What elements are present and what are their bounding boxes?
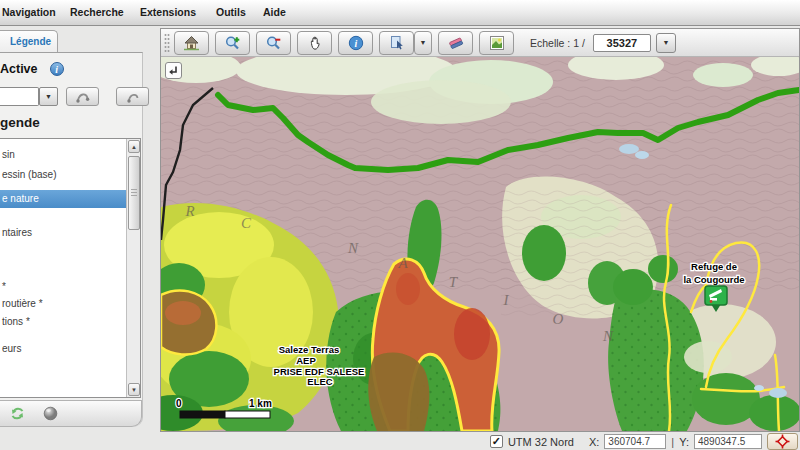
- scale-input[interactable]: [593, 34, 651, 52]
- eraser-button[interactable]: [438, 31, 473, 55]
- home-icon: [182, 34, 201, 52]
- scroll-down-icon[interactable]: ▼: [128, 383, 140, 396]
- site-label: ELEC: [307, 376, 332, 387]
- map-viewport[interactable]: R C N A T I O N Saleze Terras AEP PRISE …: [161, 57, 799, 431]
- park-letter: R: [184, 203, 194, 219]
- legend-panel-footer: [0, 400, 142, 427]
- park-letter: A: [397, 255, 408, 271]
- crosshair-icon: [775, 434, 790, 449]
- identify-button[interactable]: i: [338, 31, 373, 55]
- layer-item[interactable]: *: [0, 280, 126, 294]
- scalebar-start-label: 0: [176, 398, 182, 409]
- clear-layer-icon: [125, 89, 141, 105]
- eraser-icon: [447, 34, 465, 52]
- info-icon: i: [347, 34, 365, 52]
- site-label: Saleze Terras: [279, 344, 340, 355]
- projection-checkbox[interactable]: ✓: [490, 435, 503, 448]
- svg-text:i: i: [354, 38, 357, 49]
- select-button[interactable]: [379, 31, 414, 55]
- menu-bar: Navigation Recherche Extensions Outils A…: [0, 0, 800, 26]
- park-letter: O: [553, 311, 564, 327]
- menu-item-extensions[interactable]: Extensions: [140, 6, 196, 18]
- clear-layer-button[interactable]: [66, 87, 99, 106]
- layer-item[interactable]: essin (base): [0, 168, 126, 182]
- layer-item-selected[interactable]: e nature: [0, 190, 127, 208]
- layer-item[interactable]: sin: [0, 148, 126, 162]
- select-options-button[interactable]: ▼: [414, 31, 432, 55]
- select-icon: [388, 34, 406, 52]
- zoom-in-button[interactable]: [215, 31, 250, 55]
- layer-item[interactable]: eurs: [0, 342, 126, 356]
- globe-icon[interactable]: [42, 405, 59, 422]
- y-coordinate-label: Y:: [679, 436, 689, 448]
- clear-layer-icon: [75, 89, 91, 105]
- map-toolbar: i ▼ Echelle :: [161, 29, 799, 57]
- active-layer-label: Active: [0, 62, 38, 76]
- layer-item[interactable]: routière *: [0, 297, 126, 311]
- basemap-button[interactable]: [479, 31, 514, 55]
- legend-panel-body: Active i ▼ gende sin essin (base) e natu…: [0, 52, 143, 427]
- menu-item-aide[interactable]: Aide: [263, 6, 286, 18]
- locate-button[interactable]: [767, 433, 798, 450]
- tab-legende[interactable]: Légende: [0, 30, 58, 53]
- zoom-out-button[interactable]: [256, 31, 291, 55]
- scrollbar-thumb[interactable]: [128, 156, 140, 230]
- layer-item[interactable]: ntaires: [0, 226, 126, 240]
- projection-label: UTM 32 Nord: [508, 436, 574, 448]
- x-coordinate-label: X:: [589, 436, 599, 448]
- layer-item[interactable]: tions *: [0, 315, 126, 329]
- scale-label: Echelle : 1 /: [530, 37, 585, 49]
- refresh-icon[interactable]: [9, 405, 26, 422]
- menu-item-outils[interactable]: Outils: [216, 6, 246, 18]
- scroll-up-icon[interactable]: ▲: [128, 140, 140, 153]
- y-coordinate-input[interactable]: [694, 434, 762, 449]
- pan-button[interactable]: [297, 31, 332, 55]
- legend-panel: Légende Active i ▼ gende sin essin (base…: [0, 28, 146, 450]
- basemap-icon: [488, 34, 506, 52]
- scalebar-end-label: 1 km: [249, 398, 272, 409]
- zoom-in-icon: [224, 34, 242, 52]
- clear-all-layers-button[interactable]: [116, 87, 149, 106]
- map-canvas: R C N A T I O N Saleze Terras AEP PRISE …: [161, 57, 799, 431]
- zoom-out-icon: [265, 34, 283, 52]
- x-coordinate-input[interactable]: [604, 434, 666, 449]
- layer-list-scrollbar[interactable]: ▲ ▼: [126, 139, 140, 397]
- site-label: AEP: [296, 355, 316, 366]
- chevron-down-icon[interactable]: ▼: [39, 87, 58, 106]
- coordinate-separator: |: [671, 436, 674, 448]
- corner-arrow-icon: [168, 65, 179, 76]
- toolbar-grip-handle[interactable]: [163, 33, 171, 53]
- info-icon[interactable]: i: [50, 62, 64, 76]
- refuge-label-line2: la Cougourde: [683, 274, 744, 285]
- active-layer-select[interactable]: [0, 87, 39, 106]
- park-letter: C: [241, 215, 252, 231]
- scale-dropdown-button[interactable]: ▼: [656, 33, 676, 53]
- park-letter: I: [503, 292, 510, 308]
- layer-list: sin essin (base) e nature ntaires * rout…: [0, 138, 141, 398]
- menu-item-navigation[interactable]: Navigation: [2, 6, 56, 18]
- home-button[interactable]: [174, 31, 209, 55]
- refuge-label-line1: Refuge de: [691, 261, 737, 272]
- previous-extent-button[interactable]: [165, 62, 182, 79]
- legend-heading: gende: [0, 115, 40, 130]
- pan-hand-icon: [306, 34, 324, 52]
- park-letter: N: [602, 328, 614, 344]
- map-panel: i ▼ Echelle :: [160, 28, 800, 432]
- status-bar: ✓ UTM 32 Nord X: | Y:: [160, 433, 800, 450]
- park-letter: N: [347, 240, 359, 256]
- menu-item-recherche[interactable]: Recherche: [70, 6, 124, 18]
